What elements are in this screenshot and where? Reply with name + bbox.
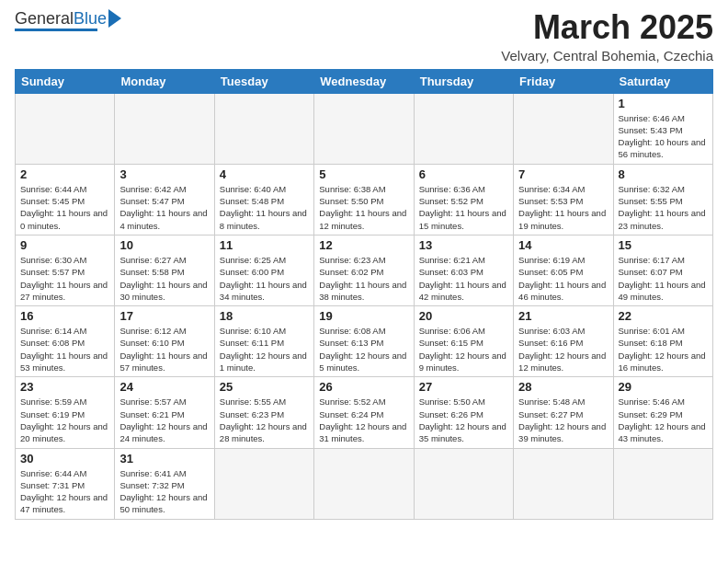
day-info: Sunrise: 5:46 AM Sunset: 6:29 PM Dayligh… [619,396,708,444]
calendar-day-cell: 11Sunrise: 6:25 AM Sunset: 6:00 PM Dayli… [214,235,313,305]
page: GeneralBlue March 2025 Velvary, Central … [0,0,728,529]
day-info: Sunrise: 6:42 AM Sunset: 5:47 PM Dayligh… [119,183,209,232]
calendar-day-cell [115,93,214,164]
day-number: 18 [220,309,309,323]
calendar-day-cell [514,448,613,519]
logo: GeneralBlue [15,9,121,31]
calendar: Sunday Monday Tuesday Wednesday Thursday… [15,69,713,520]
day-number: 4 [220,167,309,181]
day-number: 21 [518,309,608,323]
day-info: Sunrise: 6:30 AM Sunset: 5:57 PM Dayligh… [20,254,109,303]
day-info: Sunrise: 6:14 AM Sunset: 6:08 PM Dayligh… [20,325,109,373]
day-number: 14 [518,238,608,252]
day-info: Sunrise: 6:03 AM Sunset: 6:16 PM Dayligh… [518,325,608,373]
day-info: Sunrise: 6:19 AM Sunset: 6:05 PM Dayligh… [518,254,608,303]
day-info: Sunrise: 6:17 AM Sunset: 6:07 PM Dayligh… [619,254,708,303]
calendar-day-cell: 1Sunrise: 6:46 AM Sunset: 5:43 PM Daylig… [613,93,712,164]
day-info: Sunrise: 6:25 AM Sunset: 6:00 PM Dayligh… [220,254,309,303]
day-number: 9 [20,238,109,252]
day-number: 6 [419,167,508,181]
col-wednesday: Wednesday [314,69,414,93]
day-info: Sunrise: 6:46 AM Sunset: 5:43 PM Dayligh… [619,112,708,161]
day-number: 10 [119,238,209,252]
day-number: 3 [119,167,209,181]
day-info: Sunrise: 6:21 AM Sunset: 6:03 PM Dayligh… [419,254,508,303]
calendar-day-cell: 22Sunrise: 6:01 AM Sunset: 6:18 PM Dayli… [613,306,712,377]
calendar-day-cell: 6Sunrise: 6:36 AM Sunset: 5:52 PM Daylig… [414,164,513,235]
day-number: 1 [619,97,708,110]
calendar-day-cell: 14Sunrise: 6:19 AM Sunset: 6:05 PM Dayli… [514,235,613,305]
calendar-day-cell: 15Sunrise: 6:17 AM Sunset: 6:07 PM Dayli… [613,235,712,305]
day-info: Sunrise: 6:44 AM Sunset: 5:45 PM Dayligh… [20,183,109,232]
calendar-week-row: 9Sunrise: 6:30 AM Sunset: 5:57 PM Daylig… [16,235,713,305]
day-number: 15 [619,238,708,252]
col-thursday: Thursday [414,69,513,93]
col-monday: Monday [115,69,214,93]
day-number: 25 [220,380,309,394]
day-number: 27 [419,380,508,394]
calendar-day-cell [613,448,712,519]
day-info: Sunrise: 5:50 AM Sunset: 6:26 PM Dayligh… [419,396,508,444]
day-info: Sunrise: 6:23 AM Sunset: 6:02 PM Dayligh… [319,254,408,303]
calendar-day-cell: 9Sunrise: 6:30 AM Sunset: 5:57 PM Daylig… [16,235,115,305]
calendar-week-row: 2Sunrise: 6:44 AM Sunset: 5:45 PM Daylig… [16,164,713,235]
calendar-day-cell [16,93,115,164]
sub-title: Velvary, Central Bohemia, Czechia [501,48,713,63]
day-info: Sunrise: 6:38 AM Sunset: 5:50 PM Dayligh… [319,183,408,232]
calendar-day-cell: 23Sunrise: 5:59 AM Sunset: 6:19 PM Dayli… [16,377,115,448]
day-number: 31 [119,452,209,465]
calendar-week-row: 16Sunrise: 6:14 AM Sunset: 6:08 PM Dayli… [16,306,713,377]
day-number: 26 [319,380,408,394]
main-title: March 2025 [501,9,713,46]
day-number: 29 [619,380,708,394]
calendar-week-row: 23Sunrise: 5:59 AM Sunset: 6:19 PM Dayli… [16,377,713,448]
calendar-week-row: 30Sunrise: 6:44 AM Sunset: 7:31 PM Dayli… [16,448,713,519]
day-info: Sunrise: 6:08 AM Sunset: 6:13 PM Dayligh… [319,325,408,373]
title-area: March 2025 Velvary, Central Bohemia, Cze… [501,9,713,63]
day-number: 12 [319,238,408,252]
day-info: Sunrise: 5:55 AM Sunset: 6:23 PM Dayligh… [220,396,309,444]
day-number: 19 [319,309,408,323]
calendar-day-cell: 17Sunrise: 6:12 AM Sunset: 6:10 PM Dayli… [115,306,214,377]
col-friday: Friday [514,69,613,93]
col-tuesday: Tuesday [214,69,313,93]
day-number: 13 [419,238,508,252]
calendar-day-cell [314,448,414,519]
day-number: 17 [119,309,209,323]
calendar-day-cell: 21Sunrise: 6:03 AM Sunset: 6:16 PM Dayli… [514,306,613,377]
calendar-header-row: Sunday Monday Tuesday Wednesday Thursday… [16,69,713,93]
calendar-day-cell: 12Sunrise: 6:23 AM Sunset: 6:02 PM Dayli… [314,235,414,305]
day-number: 22 [619,309,708,323]
logo-icon [108,9,121,28]
day-info: Sunrise: 5:59 AM Sunset: 6:19 PM Dayligh… [20,396,109,444]
col-saturday: Saturday [613,69,712,93]
calendar-day-cell: 28Sunrise: 5:48 AM Sunset: 6:27 PM Dayli… [514,377,613,448]
day-info: Sunrise: 5:57 AM Sunset: 6:21 PM Dayligh… [119,396,209,444]
day-info: Sunrise: 5:52 AM Sunset: 6:24 PM Dayligh… [319,396,408,444]
calendar-day-cell: 29Sunrise: 5:46 AM Sunset: 6:29 PM Dayli… [613,377,712,448]
day-info: Sunrise: 5:48 AM Sunset: 6:27 PM Dayligh… [518,396,608,444]
day-number: 30 [20,452,109,465]
calendar-day-cell: 2Sunrise: 6:44 AM Sunset: 5:45 PM Daylig… [16,164,115,235]
day-number: 20 [419,309,508,323]
day-number: 5 [319,167,408,181]
calendar-day-cell [414,448,513,519]
calendar-day-cell: 20Sunrise: 6:06 AM Sunset: 6:15 PM Dayli… [414,306,513,377]
day-info: Sunrise: 6:06 AM Sunset: 6:15 PM Dayligh… [419,325,508,373]
calendar-day-cell: 16Sunrise: 6:14 AM Sunset: 6:08 PM Dayli… [16,306,115,377]
calendar-day-cell: 4Sunrise: 6:40 AM Sunset: 5:48 PM Daylig… [214,164,313,235]
calendar-day-cell: 10Sunrise: 6:27 AM Sunset: 5:58 PM Dayli… [115,235,214,305]
calendar-day-cell: 8Sunrise: 6:32 AM Sunset: 5:55 PM Daylig… [613,164,712,235]
calendar-day-cell: 27Sunrise: 5:50 AM Sunset: 6:26 PM Dayli… [414,377,513,448]
day-info: Sunrise: 6:41 AM Sunset: 7:32 PM Dayligh… [119,467,209,516]
day-number: 28 [518,380,608,394]
calendar-week-row: 1Sunrise: 6:46 AM Sunset: 5:43 PM Daylig… [16,93,713,164]
calendar-day-cell: 7Sunrise: 6:34 AM Sunset: 5:53 PM Daylig… [514,164,613,235]
day-info: Sunrise: 6:12 AM Sunset: 6:10 PM Dayligh… [119,325,209,373]
day-number: 24 [119,380,209,394]
calendar-day-cell: 13Sunrise: 6:21 AM Sunset: 6:03 PM Dayli… [414,235,513,305]
calendar-day-cell [314,93,414,164]
day-info: Sunrise: 6:10 AM Sunset: 6:11 PM Dayligh… [220,325,309,373]
header: GeneralBlue March 2025 Velvary, Central … [15,9,713,63]
calendar-day-cell [214,448,313,519]
